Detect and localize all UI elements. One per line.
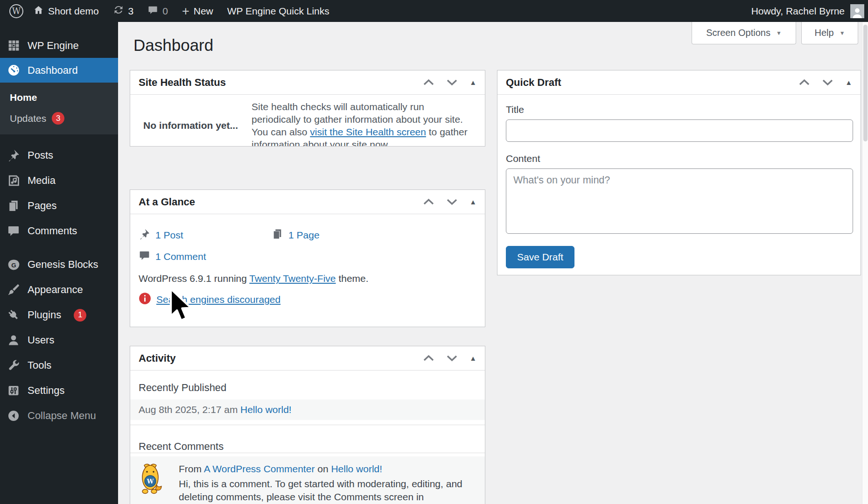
site-health-header[interactable]: Site Health Status ▲ (130, 70, 485, 95)
wpengine-grid-icon (7, 39, 21, 53)
dashboard-submenu: Home Updates 3 (0, 83, 118, 134)
recent-comments-heading: Recent Comments (130, 425, 485, 453)
collapse-toggle-icon[interactable]: ▲ (845, 78, 852, 86)
pages-icon (7, 199, 21, 213)
sidebar-item-users[interactable]: Users (0, 328, 118, 353)
admin-bar-site-name[interactable]: Short demo (26, 0, 106, 22)
comment-bubble-icon (139, 250, 150, 264)
pushpin-icon (7, 148, 21, 162)
sidebar-item-label: Users (28, 334, 54, 346)
move-down-icon[interactable] (446, 198, 458, 205)
sidebar-item-pages[interactable]: Pages (0, 193, 118, 218)
quick-links-label: WP Engine Quick Links (227, 6, 329, 17)
genesis-blocks-icon: G (7, 258, 21, 272)
page-scrollbar[interactable] (862, 22, 868, 504)
sidebar-menu: WP Engine Dashboard Home Updates 3 (0, 22, 118, 504)
move-up-icon[interactable] (798, 79, 810, 86)
sidebar-item-label: Collapse Menu (28, 410, 96, 422)
home-icon (33, 5, 44, 18)
plugins-badge: 1 (74, 309, 86, 322)
published-post-link[interactable]: Hello world! (240, 404, 292, 415)
sidebar-item-label: Settings (28, 385, 65, 397)
admin-bar-comments[interactable]: 0 (140, 0, 175, 22)
activity-header[interactable]: Activity ▲ (130, 346, 485, 371)
glance-pages: 1 Page (272, 224, 320, 246)
sidebar-item-label: Genesis Blocks (28, 259, 98, 271)
comment-bubble-icon (147, 5, 158, 18)
sidebar-item-home[interactable]: Home (0, 87, 118, 108)
sidebar-item-settings[interactable]: Settings (0, 378, 118, 403)
scrollbar-thumb[interactable] (863, 25, 868, 141)
save-draft-button[interactable]: Save Draft (506, 246, 574, 268)
sidebar-item-wp-engine[interactable]: WP Engine (0, 33, 118, 58)
move-up-icon[interactable] (423, 355, 434, 362)
site-name-label: Short demo (48, 6, 99, 17)
site-health-screen-link[interactable]: visit the Site Health screen (310, 126, 426, 137)
move-up-icon[interactable] (423, 79, 434, 86)
help-button[interactable]: Help ▼ (801, 22, 858, 44)
screen-options-button[interactable]: Screen Options ▼ (692, 22, 796, 44)
at-a-glance-header[interactable]: At a Glance ▲ (130, 190, 485, 214)
chevron-down-icon: ▼ (776, 30, 782, 36)
sidebar-item-label: Tools (28, 359, 51, 371)
move-up-icon[interactable] (423, 198, 434, 205)
sidebar-item-label: Media (28, 175, 56, 187)
wordpress-logo-icon[interactable]: W (9, 4, 23, 18)
move-down-icon[interactable] (822, 79, 833, 86)
sidebar-item-plugins[interactable]: Plugins 1 (0, 302, 118, 328)
admin-bar-account[interactable]: Howdy, Rachel Byrne (751, 0, 864, 22)
widget-title: Site Health Status (139, 77, 423, 89)
admin-bar-updates[interactable]: 3 (106, 0, 141, 22)
comments-count-link[interactable]: 1 Comment (155, 251, 206, 262)
version-text: theme. (336, 273, 369, 284)
site-health-description: Site health checks will automatically ru… (252, 100, 475, 147)
sidebar-item-label: Comments (28, 225, 77, 237)
svg-text:G: G (11, 261, 16, 268)
search-engines-discouraged-link[interactable]: Search engines discouraged (156, 294, 280, 305)
collapse-toggle-icon[interactable]: ▲ (469, 198, 476, 206)
updates-count: 3 (128, 6, 134, 17)
admin-bar-wpengine-quick-links[interactable]: WP Engine Quick Links (220, 0, 336, 22)
sidebar-item-dashboard[interactable]: Dashboard (0, 58, 118, 83)
sidebar-item-appearance[interactable]: Appearance (0, 277, 118, 302)
sidebar-item-updates[interactable]: Updates 3 (0, 108, 118, 129)
draft-content-textarea[interactable] (506, 168, 853, 234)
sidebar-item-label: Dashboard (28, 64, 78, 77)
sidebar-item-media[interactable]: Media (0, 168, 118, 193)
glance-posts: 1 Post (139, 224, 272, 246)
quick-draft-header[interactable]: Quick Draft ▲ (497, 70, 861, 95)
sidebar-item-comments[interactable]: Comments (0, 218, 118, 244)
move-down-icon[interactable] (446, 79, 458, 86)
chevron-down-icon: ▼ (840, 30, 845, 36)
updates-badge: 3 (52, 112, 64, 125)
comment-row: W From A WordPress Commenter on Hello wo… (130, 456, 485, 504)
sidebar-item-posts[interactable]: Posts (0, 143, 118, 168)
sidebar-item-collapse-menu[interactable]: Collapse Menu (0, 403, 118, 428)
on-label: on (317, 463, 328, 474)
sidebar-item-label: Plugins (28, 309, 61, 321)
theme-link[interactable]: Twenty Twenty-Five (249, 273, 336, 284)
svg-text:W: W (147, 478, 154, 485)
search-engines-line: Search engines discouraged (139, 292, 476, 307)
comment-post-link[interactable]: Hello world! (331, 463, 382, 474)
site-health-widget: Site Health Status ▲ No information yet.… (130, 70, 485, 147)
admin-bar-left: W Short demo 3 0 (0, 0, 336, 22)
user-avatar-icon (850, 4, 864, 18)
comment-author-link[interactable]: A WordPress Commenter (204, 463, 315, 474)
admin-bar-new[interactable]: + New (175, 0, 220, 22)
posts-count-link[interactable]: 1 Post (155, 230, 183, 241)
comment-from-line: From A WordPress Commenter on Hello worl… (179, 463, 468, 476)
collapse-toggle-icon[interactable]: ▲ (469, 354, 476, 362)
collapse-arrow-icon (7, 409, 21, 423)
pages-count-link[interactable]: 1 Page (288, 230, 320, 241)
move-down-icon[interactable] (446, 355, 458, 362)
collapse-toggle-icon[interactable]: ▲ (469, 78, 476, 86)
sidebar-item-genesis-blocks[interactable]: G Genesis Blocks (0, 252, 118, 277)
screen-options-label: Screen Options (706, 28, 770, 38)
draft-title-input[interactable] (506, 119, 853, 142)
from-label: From (179, 463, 202, 474)
admin-bar: W Short demo 3 0 (0, 0, 868, 22)
help-label: Help (814, 28, 833, 38)
plus-icon: + (182, 7, 189, 16)
sidebar-item-tools[interactable]: Tools (0, 353, 118, 378)
